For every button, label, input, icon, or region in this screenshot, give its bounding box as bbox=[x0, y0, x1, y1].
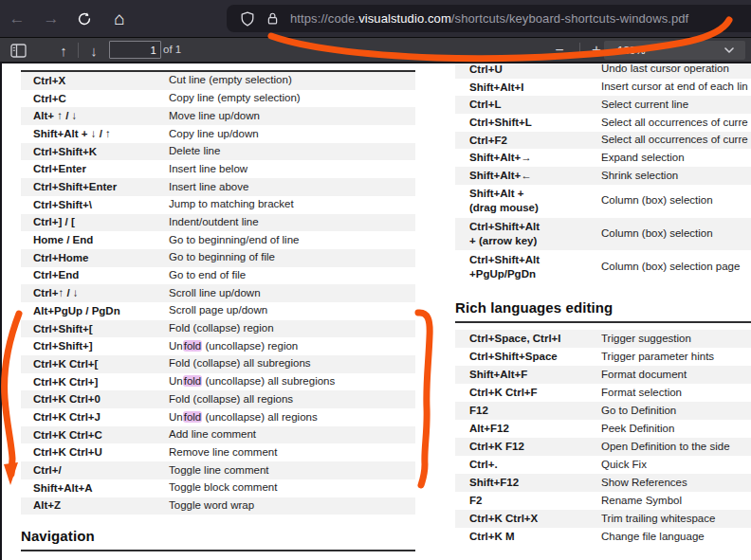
shortcut-row: Ctrl+K Ctrl+]Unfold (uncollapse) all sub… bbox=[21, 373, 415, 391]
shortcut-description: Insert line below bbox=[169, 163, 247, 176]
shortcut-row: Shift+Alt + ↓ / ↑Copy line up/down bbox=[21, 125, 415, 143]
shortcut-key: Shift+Alt + (drag mouse) bbox=[469, 187, 601, 215]
shortcut-key: Ctrl+. bbox=[469, 458, 601, 472]
shortcut-key: Ctrl+U bbox=[469, 63, 601, 77]
shortcut-row: Shift+Alt+←Shrink selection bbox=[455, 167, 751, 185]
shortcut-key: Shift+Alt+← bbox=[469, 169, 601, 183]
shortcut-description: Trim trailing whitespace bbox=[601, 513, 715, 526]
back-button[interactable]: ← bbox=[3, 5, 31, 32]
shortcut-description: Add line comment bbox=[169, 428, 256, 442]
shortcut-description: Column (box) selection bbox=[601, 227, 713, 241]
find-match-highlight: fold bbox=[183, 411, 203, 423]
shortcut-row: Ctrl+K F12Open Definition to the side bbox=[455, 438, 751, 456]
shortcut-row: Ctrl+K MChange file language bbox=[455, 528, 751, 546]
shortcut-row: Ctrl+XCut line (empty selection) bbox=[21, 72, 415, 90]
page-number-input[interactable] bbox=[109, 41, 161, 59]
shortcut-row: Ctrl+Shift+]Unfold (uncollapse) region bbox=[21, 337, 415, 355]
shortcut-description: Quick Fix bbox=[601, 459, 647, 472]
shortcut-row: Ctrl+HomeGo to beginning of file bbox=[21, 249, 415, 267]
shortcut-row: Ctrl+K Ctrl+JUnfold (uncollapse) all reg… bbox=[21, 408, 415, 426]
next-page-button[interactable]: ↓ bbox=[82, 40, 106, 61]
shortcut-row: Shift+Alt+→Expand selection bbox=[455, 149, 751, 167]
shortcut-key: Shift+Alt + ↓ / ↑ bbox=[33, 127, 169, 141]
shortcut-description: Toggle line comment bbox=[169, 464, 268, 478]
shortcut-row: Ctrl+K Ctrl+CAdd line comment bbox=[21, 426, 415, 444]
shortcut-row: F2Rename Symbol bbox=[455, 492, 751, 510]
zoom-out-button[interactable]: − bbox=[547, 40, 572, 61]
shortcut-key: Ctrl+K Ctrl+C bbox=[33, 428, 169, 443]
shortcut-key: Alt+F12 bbox=[469, 422, 601, 436]
navigation-section-heading: Navigation bbox=[21, 528, 415, 551]
shortcut-key: Ctrl+Shift+Space bbox=[469, 350, 601, 364]
rich-languages-section-heading: Rich languages editing bbox=[455, 299, 751, 323]
shortcut-description: Delete line bbox=[169, 145, 220, 158]
shortcut-key: Ctrl+Space, Ctrl+I bbox=[469, 332, 601, 346]
shortcut-key: Ctrl+Enter bbox=[33, 162, 169, 176]
shortcut-row: Ctrl+EndGo to end of file bbox=[21, 267, 415, 285]
shortcut-description: Open Definition to the side bbox=[601, 441, 730, 454]
shortcut-description: Copy line up/down bbox=[169, 128, 259, 141]
shortcut-key: Ctrl+↑ / ↓ bbox=[33, 286, 169, 300]
shortcut-row: F12Go to Definition bbox=[455, 402, 751, 420]
shortcut-description: Go to end of file bbox=[169, 269, 246, 282]
home-button[interactable]: ⌂ bbox=[105, 5, 134, 32]
shortcut-key: Ctrl+K Ctrl+[ bbox=[33, 357, 169, 371]
find-match-highlight: fold bbox=[183, 340, 203, 352]
shortcut-description: Unfold (uncollapse) region bbox=[169, 340, 298, 353]
shortcut-row: Ctrl+K Ctrl+FFormat selection bbox=[455, 384, 751, 402]
zoom-level-value: 130% bbox=[617, 45, 645, 56]
chevron-down-icon bbox=[724, 47, 734, 53]
sidebar-toggle-button[interactable] bbox=[6, 40, 30, 61]
previous-page-button[interactable]: ↑ bbox=[51, 40, 76, 61]
shortcut-description: Fold (collapse) all regions bbox=[169, 393, 293, 406]
shortcut-description: Select current line bbox=[601, 99, 688, 112]
shortcut-row: Ctrl+F2Select all occurrences of curre bbox=[455, 132, 751, 150]
reload-button[interactable] bbox=[70, 5, 99, 32]
shortcut-row: Shift+Alt+FFormat document bbox=[455, 366, 751, 384]
shortcut-key: Ctrl+Shift+Alt + (arrow key) bbox=[469, 220, 601, 248]
forward-button[interactable]: → bbox=[37, 5, 65, 32]
pdf-page: Ctrl+XCut line (empty selection)Ctrl+CCo… bbox=[2, 63, 751, 560]
shortcut-row: Ctrl+EnterInsert line below bbox=[21, 160, 415, 178]
shortcut-key: Ctrl+Home bbox=[33, 251, 169, 265]
shortcut-description: Go to beginning of file bbox=[169, 251, 275, 264]
shortcut-row: Ctrl+.Quick Fix bbox=[455, 456, 751, 474]
toolbar-divider bbox=[579, 43, 580, 58]
shortcut-row: Shift+Alt+AToggle block comment bbox=[21, 479, 415, 497]
lock-icon[interactable] bbox=[260, 7, 284, 31]
shield-icon[interactable] bbox=[235, 7, 260, 31]
shortcut-description: Scroll page up/down bbox=[169, 304, 267, 317]
shortcut-description: Change file language bbox=[601, 531, 705, 544]
shortcut-row: Alt+ ↑ / ↓Move line up/down bbox=[21, 107, 415, 125]
shortcut-key: Shift+Alt+I bbox=[469, 81, 601, 95]
shortcut-row: Shift+F12Show References bbox=[455, 474, 751, 492]
url-bar[interactable]: https://code.visualstudio.com/shortcuts/… bbox=[227, 5, 751, 32]
shortcut-row: Alt+F12Peek Definition bbox=[455, 420, 751, 438]
shortcut-row: Ctrl+/Toggle line comment bbox=[21, 461, 415, 479]
shortcut-description: Scroll line up/down bbox=[169, 287, 261, 300]
shortcut-row: Ctrl+UUndo last cursor operation bbox=[455, 63, 751, 79]
basic-editing-table: Ctrl+XCut line (empty selection)Ctrl+CCo… bbox=[21, 70, 415, 515]
shortcut-key: Ctrl+Shift+[ bbox=[33, 322, 169, 336]
rich-languages-table: Ctrl+Space, Ctrl+ITrigger suggestionCtrl… bbox=[455, 330, 751, 546]
shortcut-description: Rename Symbol bbox=[601, 495, 682, 508]
shortcut-key: Ctrl+Shift+L bbox=[469, 116, 601, 130]
shortcut-key: Ctrl+K F12 bbox=[469, 440, 601, 454]
shortcut-description: Go to Definition bbox=[601, 405, 676, 418]
back-arrow-icon: ← bbox=[9, 10, 26, 27]
forward-arrow-icon: → bbox=[44, 10, 60, 27]
shortcut-key: Ctrl+F2 bbox=[469, 134, 601, 148]
shortcut-description: Cut line (empty selection) bbox=[169, 74, 292, 87]
shortcut-description: Format selection bbox=[601, 387, 682, 400]
shortcut-description: Insert cursor at end of each lin bbox=[601, 81, 748, 94]
shortcut-row: Ctrl+Shift+Alt + (arrow key)Column (box)… bbox=[455, 218, 751, 251]
shortcut-description: Insert line above bbox=[169, 181, 248, 194]
shortcut-row: Ctrl+Space, Ctrl+ITrigger suggestion bbox=[455, 330, 751, 348]
shortcut-key: Ctrl+/ bbox=[33, 463, 169, 478]
shortcut-key: Ctrl+L bbox=[469, 98, 601, 112]
shortcut-key: Alt+PgUp / PgDn bbox=[33, 304, 169, 318]
shortcut-description: Remove line comment bbox=[169, 446, 277, 460]
shortcut-row: Ctrl+Shift+KDelete line bbox=[21, 143, 415, 161]
zoom-level-dropdown[interactable]: 130% bbox=[604, 41, 745, 60]
shortcut-key: Ctrl+K Ctrl+F bbox=[469, 386, 601, 400]
